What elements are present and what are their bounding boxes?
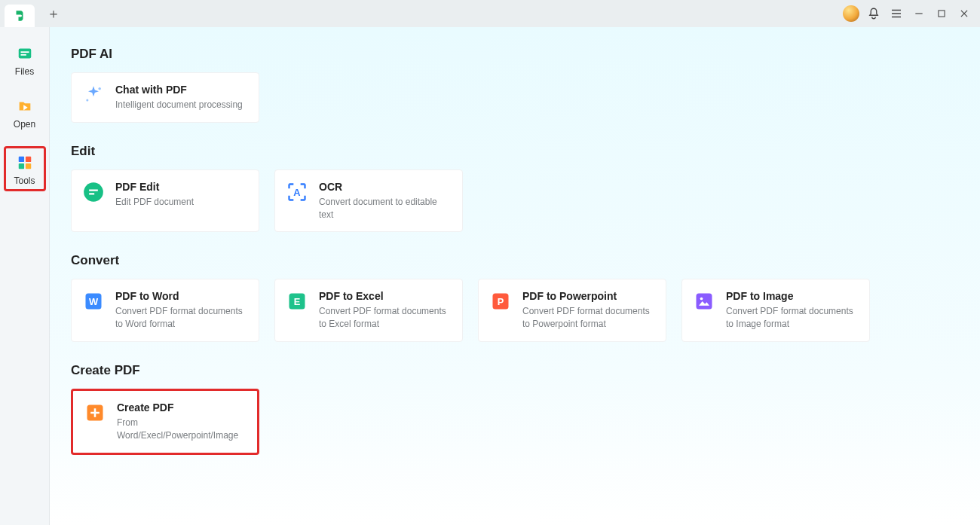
powerpoint-icon: P (489, 290, 512, 313)
minimize-icon (914, 8, 924, 19)
files-icon (15, 44, 35, 63)
window-minimize-button[interactable] (908, 2, 930, 25)
card-title: PDF to Image (726, 290, 859, 302)
svg-rect-0 (939, 11, 945, 17)
window-titlebar: ＋ (0, 0, 980, 27)
svg-point-10 (86, 99, 88, 101)
svg-point-11 (84, 182, 103, 202)
card-desc: Convert PDF format documents to Excel fo… (319, 305, 452, 331)
app-home-tab[interactable] (5, 5, 35, 27)
svg-rect-6 (25, 157, 30, 162)
card-pdf-to-word[interactable]: W PDF to Word Convert PDF format documen… (71, 279, 259, 342)
new-tab-button[interactable]: ＋ (42, 2, 65, 25)
svg-rect-7 (18, 163, 23, 169)
close-icon (959, 8, 969, 19)
pdf-edit-icon (82, 181, 105, 203)
sidebar-item-files[interactable]: Files (5, 41, 44, 80)
svg-text:A: A (293, 186, 300, 197)
svg-text:E: E (294, 296, 301, 307)
svg-rect-5 (18, 157, 23, 162)
card-pdf-to-powerpoint[interactable]: P PDF to Powerpoint Convert PDF format d… (478, 279, 666, 342)
card-desc: Edit PDF document (115, 196, 194, 209)
card-title: PDF Edit (115, 181, 194, 193)
card-title: PDF to Powerpoint (522, 290, 655, 302)
section-title-convert: Convert (71, 253, 959, 268)
section-title-create: Create PDF (71, 363, 959, 378)
card-pdf-edit[interactable]: PDF Edit Edit PDF document (71, 169, 259, 233)
create-pdf-icon (84, 401, 106, 424)
sidebar-item-label: Tools (14, 176, 35, 186)
excel-icon: E (286, 290, 308, 313)
window-close-button[interactable] (953, 2, 975, 25)
svg-rect-8 (25, 163, 30, 169)
svg-text:P: P (498, 296, 504, 307)
card-title: Create PDF (117, 401, 247, 414)
user-avatar[interactable] (840, 2, 862, 25)
card-desc: Convert PDF format documents to Powerpoi… (522, 305, 655, 331)
menu-button[interactable] (885, 2, 908, 25)
card-chat-with-pdf[interactable]: Chat with PDF Intelligent document proce… (71, 72, 259, 123)
svg-rect-3 (20, 54, 26, 56)
svg-point-20 (700, 298, 703, 301)
card-title: Chat with PDF (115, 84, 243, 96)
sidebar-item-label: Open (14, 119, 35, 130)
svg-rect-1 (18, 49, 31, 59)
sidebar-item-open[interactable]: Open (5, 93, 44, 133)
section-title-edit: Edit (71, 144, 959, 159)
image-icon (693, 290, 715, 313)
card-desc: Convert document to editable text (319, 196, 452, 221)
bell-icon (867, 7, 880, 20)
svg-rect-19 (697, 294, 712, 310)
content-area: PDF AI Chat with PDF Intelligent documen… (50, 27, 980, 525)
card-ocr[interactable]: A OCR Convert document to editable text (274, 169, 463, 233)
card-pdf-to-image[interactable]: PDF to Image Convert PDF format document… (681, 279, 870, 342)
card-desc: From Word/Execl/Powerpoint/Image (117, 417, 247, 442)
sparkle-icon (82, 84, 105, 106)
sidebar: Files Open Tools (0, 27, 50, 525)
window-maximize-button[interactable] (930, 2, 953, 25)
sidebar-item-label: Files (15, 66, 34, 77)
avatar-icon (843, 5, 859, 22)
notifications-button[interactable] (862, 2, 885, 25)
app-logo-icon (13, 9, 26, 23)
card-create-pdf[interactable]: Create PDF From Word/Execl/Powerpoint/Im… (71, 389, 259, 455)
card-title: PDF to Excel (319, 290, 452, 302)
card-title: PDF to Word (115, 290, 248, 302)
card-desc: Intelligent document processing (115, 99, 243, 111)
card-pdf-to-excel[interactable]: E PDF to Excel Convert PDF format docume… (274, 279, 463, 342)
card-title: OCR (319, 181, 452, 193)
card-desc: Convert PDF format documents to Image fo… (726, 305, 859, 331)
word-icon: W (82, 290, 105, 313)
card-desc: Convert PDF format documents to Word for… (115, 305, 248, 331)
sidebar-item-tools[interactable]: Tools (4, 146, 46, 191)
maximize-icon (936, 8, 947, 19)
ocr-icon: A (286, 181, 308, 203)
svg-text:W: W (89, 296, 99, 307)
section-title-pdf-ai: PDF AI (71, 47, 959, 62)
tools-icon (15, 153, 35, 172)
hamburger-icon (890, 7, 903, 20)
svg-point-9 (98, 87, 101, 90)
svg-rect-2 (20, 51, 29, 53)
open-icon (15, 96, 35, 116)
